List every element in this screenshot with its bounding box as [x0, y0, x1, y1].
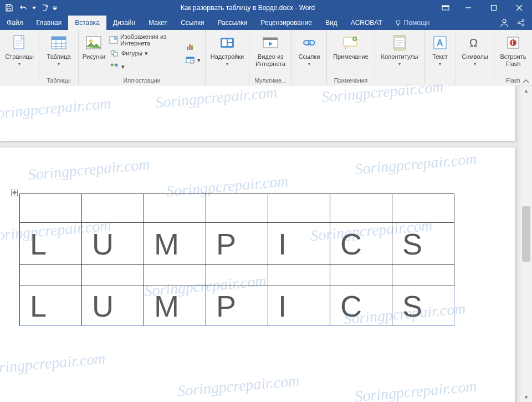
- account-icon[interactable]: [500, 18, 509, 27]
- tab-view[interactable]: Вид: [319, 16, 344, 30]
- online-pictures-icon: [109, 35, 118, 45]
- table-cell[interactable]: S: [392, 286, 454, 326]
- table-cell[interactable]: [20, 194, 82, 223]
- table-cell[interactable]: [144, 265, 206, 286]
- svg-rect-30: [228, 43, 232, 46]
- svg-rect-4: [492, 6, 497, 11]
- tell-me-label: Помощн: [404, 19, 430, 27]
- scroll-down-button[interactable]: ▼: [520, 392, 532, 402]
- tab-home[interactable]: Главная: [30, 16, 69, 30]
- share-icon[interactable]: [516, 18, 525, 27]
- comment-button[interactable]: Примечание: [330, 31, 371, 75]
- table-cell[interactable]: [392, 265, 454, 286]
- tab-acrobat[interactable]: ACROBAT: [344, 16, 389, 30]
- group-headerfooter: Колонтитулы ▾: [375, 30, 424, 85]
- text-button[interactable]: A Текст ▾: [428, 31, 452, 75]
- chart-icon: [185, 42, 195, 52]
- table-cell[interactable]: I: [268, 286, 330, 326]
- window-controls: [436, 0, 532, 16]
- group-comments: Примечание Примечания: [327, 30, 375, 85]
- pages-button[interactable]: Страницы ▾: [3, 31, 35, 75]
- document-table[interactable]: L U M P I C S L U M P I C S: [19, 194, 454, 326]
- table-cell[interactable]: C: [330, 286, 392, 326]
- table-cell[interactable]: P: [206, 223, 268, 265]
- close-button[interactable]: [507, 0, 532, 16]
- redo-button[interactable]: [38, 1, 51, 14]
- pictures-button[interactable]: Рисунки: [82, 31, 106, 75]
- addins-button[interactable]: Надстройки ▾: [209, 31, 245, 75]
- tab-mailings[interactable]: Рассылки: [211, 16, 254, 30]
- tab-design[interactable]: Дизайн: [106, 16, 142, 30]
- ribbon-options-button[interactable]: [436, 0, 456, 16]
- table-cell[interactable]: [206, 265, 268, 286]
- scroll-track[interactable]: [522, 95, 530, 392]
- group-illustrations-label: Иллюстрации: [79, 77, 205, 85]
- online-video-button[interactable]: Видео из Интернета: [253, 31, 288, 75]
- table-row[interactable]: L U M P I C S: [20, 223, 454, 265]
- symbols-button[interactable]: Ω Символы ▾: [459, 31, 490, 75]
- table-row[interactable]: [20, 265, 454, 286]
- table-cell[interactable]: L: [20, 286, 82, 326]
- table-cell[interactable]: I: [268, 223, 330, 265]
- table-cell[interactable]: [268, 194, 330, 223]
- text-icon: A: [433, 33, 447, 52]
- table-cell[interactable]: [82, 265, 144, 286]
- table-cell[interactable]: C: [330, 223, 392, 265]
- tab-references[interactable]: Ссылки: [174, 16, 211, 30]
- table-cell[interactable]: P: [206, 286, 268, 326]
- vertical-scrollbar[interactable]: ▲ ▼: [520, 85, 532, 402]
- svg-rect-1: [7, 8, 11, 11]
- save-button[interactable]: [2, 1, 16, 14]
- table-button[interactable]: Таблица ▾: [43, 31, 75, 75]
- tab-file[interactable]: Файл: [0, 16, 30, 30]
- tab-layout[interactable]: Макет: [142, 16, 174, 30]
- maximize-button[interactable]: [481, 0, 507, 16]
- table-cell[interactable]: [144, 194, 206, 223]
- screenshot-button[interactable]: ▾: [185, 54, 201, 66]
- document-area[interactable]: ✥ L U M P I C S: [0, 85, 520, 402]
- minimize-button[interactable]: [456, 0, 481, 16]
- group-addins: Надстройки ▾: [206, 30, 249, 85]
- table-row[interactable]: L U M P I C S: [20, 286, 454, 326]
- tab-insert[interactable]: Вставка: [68, 16, 106, 30]
- table-cell[interactable]: [20, 265, 82, 286]
- table-cell[interactable]: [330, 265, 392, 286]
- undo-button[interactable]: [17, 1, 30, 14]
- page-1[interactable]: [0, 85, 515, 141]
- table-cell[interactable]: [268, 265, 330, 286]
- chart-button[interactable]: [185, 40, 201, 53]
- online-pictures-button[interactable]: Изображения из Интернета: [109, 34, 181, 46]
- svg-rect-21: [187, 47, 188, 50]
- table-cell[interactable]: [206, 194, 268, 223]
- collapse-ribbon-button[interactable]: [523, 79, 529, 84]
- svg-rect-23: [191, 45, 193, 50]
- ribbon-tabs: Файл Главная Вставка Дизайн Макет Ссылки…: [0, 16, 532, 30]
- svg-rect-10: [14, 35, 24, 49]
- scroll-up-button[interactable]: ▲: [520, 85, 532, 95]
- table-cell[interactable]: [392, 194, 454, 223]
- screenshot-icon: [185, 55, 195, 65]
- qat-customize[interactable]: [52, 6, 58, 10]
- headerfooter-button[interactable]: Колонтитулы ▾: [378, 31, 421, 75]
- links-button[interactable]: Ссылки ▾: [295, 31, 323, 75]
- group-tables: Таблица ▾ Таблицы: [39, 30, 79, 85]
- shapes-button[interactable]: Фигуры ▾: [109, 47, 181, 59]
- svg-rect-32: [263, 38, 278, 40]
- table-cell[interactable]: M: [144, 286, 206, 326]
- table-cell[interactable]: [82, 194, 144, 223]
- scroll-thumb[interactable]: [522, 206, 530, 262]
- undo-dropdown[interactable]: [31, 7, 37, 9]
- table-cell[interactable]: S: [392, 223, 454, 265]
- table-cell[interactable]: U: [82, 223, 144, 265]
- table-cell[interactable]: M: [144, 223, 206, 265]
- tab-review[interactable]: Рецензирование: [254, 16, 319, 30]
- svg-rect-3: [442, 6, 449, 7]
- tell-me-box[interactable]: Помощн: [389, 16, 436, 30]
- table-move-handle[interactable]: ✥: [11, 190, 18, 196]
- table-cell[interactable]: U: [82, 286, 144, 326]
- table-cell[interactable]: [330, 194, 392, 223]
- flash-button[interactable]: f Встроить Flash: [498, 31, 529, 75]
- table-row[interactable]: [20, 194, 454, 223]
- smartart-button[interactable]: ▾: [109, 60, 181, 73]
- table-cell[interactable]: L: [20, 223, 82, 265]
